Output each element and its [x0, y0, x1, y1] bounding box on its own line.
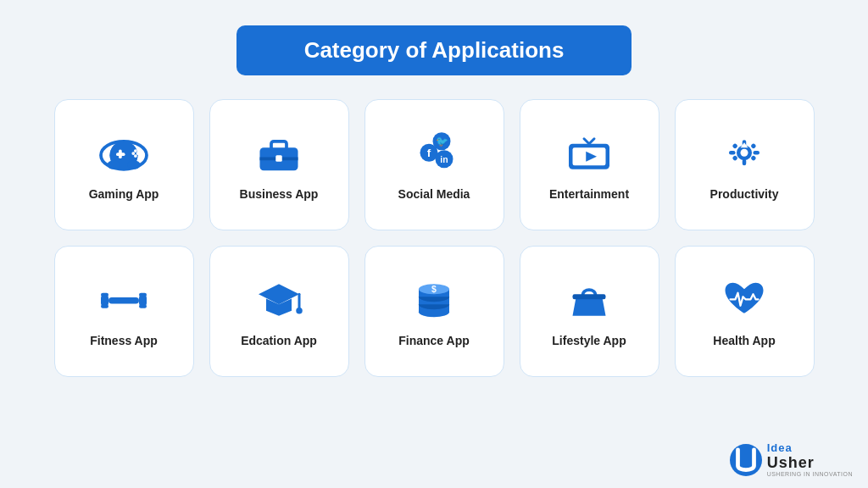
- productivity-label: Productivity: [710, 187, 779, 201]
- logo-icon: [730, 444, 762, 476]
- svg-point-27: [741, 149, 748, 157]
- svg-rect-29: [743, 159, 747, 166]
- card-education-app[interactable]: Edcation App: [209, 246, 349, 377]
- shopping-icon: [564, 275, 615, 322]
- svg-marker-44: [259, 284, 299, 304]
- svg-rect-12: [271, 141, 287, 151]
- gamepad-icon: [98, 129, 149, 175]
- entertainment-label: Entertainment: [549, 187, 629, 201]
- svg-rect-14: [275, 155, 282, 162]
- svg-point-9: [108, 160, 120, 169]
- svg-rect-31: [754, 151, 760, 155]
- business-app-label: Business App: [240, 187, 319, 201]
- svg-point-5: [131, 152, 135, 155]
- finance-app-label: Finance App: [398, 334, 470, 347]
- svg-rect-40: [108, 297, 139, 304]
- education-app-label: Edcation App: [241, 334, 317, 347]
- svg-marker-36: [741, 142, 748, 147]
- svg-rect-37: [101, 296, 108, 306]
- svg-rect-35: [750, 155, 756, 161]
- tv-icon: [564, 129, 615, 175]
- logo-text: Idea Usher USHERING IN INNOVATION: [767, 442, 853, 478]
- gaming-app-label: Gaming App: [89, 187, 159, 201]
- svg-rect-32: [732, 143, 737, 149]
- card-business-app[interactable]: Business App: [209, 99, 349, 230]
- graduation-icon: [253, 275, 304, 322]
- svg-rect-41: [139, 296, 147, 306]
- lifestyle-app-label: Lifestyle App: [552, 334, 626, 347]
- card-finance-app[interactable]: $ Finance App: [364, 246, 504, 377]
- svg-text:🐦: 🐦: [436, 135, 448, 147]
- svg-rect-39: [101, 304, 108, 308]
- app-grid: Gaming App Business App 🐦 f: [29, 99, 840, 377]
- svg-text:f: f: [427, 147, 431, 159]
- card-gaming-app[interactable]: Gaming App: [54, 99, 194, 230]
- health-app-label: Health App: [713, 334, 775, 347]
- svg-point-6: [136, 152, 140, 155]
- svg-rect-43: [139, 304, 147, 308]
- logo-usher: Usher: [767, 455, 853, 472]
- svg-text:$: $: [431, 284, 437, 294]
- productivity-icon: [719, 129, 770, 175]
- dumbbell-icon: [98, 275, 149, 322]
- briefcase-icon: [253, 129, 304, 175]
- svg-point-10: [128, 160, 141, 169]
- card-entertainment[interactable]: Entertainment: [520, 99, 659, 230]
- social-media-label: Social Media: [398, 187, 470, 201]
- svg-point-8: [134, 154, 137, 158]
- logo-idea: Idea: [767, 442, 853, 454]
- social-icon: 🐦 f in: [409, 129, 459, 175]
- svg-rect-42: [139, 293, 147, 297]
- svg-rect-4: [119, 150, 122, 159]
- logo-tagline: USHERING IN INNOVATION: [767, 471, 853, 478]
- fitness-app-label: Fitness App: [90, 334, 158, 347]
- card-productivity[interactable]: Productivity: [675, 99, 815, 230]
- svg-point-47: [296, 308, 303, 314]
- logo-area: Idea Usher USHERING IN INNOVATION: [730, 442, 853, 478]
- svg-rect-56: [573, 294, 606, 299]
- card-fitness-app[interactable]: Fitness App: [54, 246, 194, 377]
- finance-icon: $: [409, 275, 459, 322]
- card-lifestyle-app[interactable]: Lifestyle App: [520, 246, 659, 377]
- svg-rect-33: [750, 143, 756, 149]
- svg-rect-30: [729, 151, 736, 155]
- svg-point-7: [134, 149, 137, 152]
- card-social-media[interactable]: 🐦 f in Social Media: [364, 99, 504, 230]
- svg-text:in: in: [440, 154, 448, 164]
- svg-line-22: [589, 139, 594, 144]
- svg-rect-38: [101, 293, 108, 297]
- health-icon: [719, 275, 770, 322]
- header-bar: Category of Applications: [236, 25, 632, 75]
- page-title: Category of Applications: [304, 37, 565, 64]
- card-health-app[interactable]: Health App: [675, 246, 815, 377]
- svg-rect-34: [732, 155, 737, 161]
